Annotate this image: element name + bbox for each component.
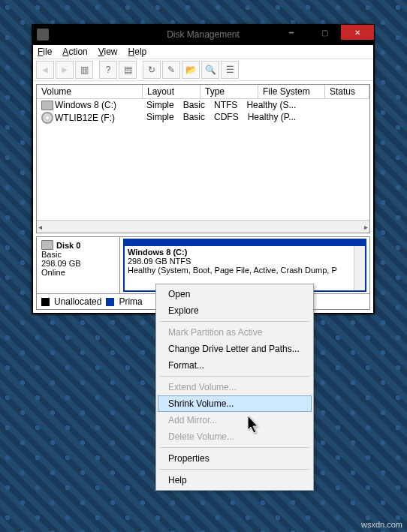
context-menu: OpenExploreMark Partition as ActiveChang… bbox=[155, 284, 314, 491]
legend-primary-swatch bbox=[106, 298, 114, 306]
window-controls: ━ ▢ ✕ bbox=[275, 25, 374, 40]
disk-icon bbox=[41, 240, 53, 250]
menu-item-explore[interactable]: Explore bbox=[158, 302, 312, 319]
volume-name: Windows 8 (C:) bbox=[55, 100, 116, 110]
menubar: File Action View Help bbox=[33, 45, 373, 59]
properties-icon[interactable]: ? bbox=[99, 61, 117, 79]
app-icon bbox=[37, 29, 49, 41]
menu-action[interactable]: Action bbox=[62, 47, 87, 57]
toolbar: ◄ ► ▥ ? ▤ ↻ ✎ 📂 🔍 ☰ bbox=[33, 59, 373, 81]
find-icon[interactable]: 🔍 bbox=[201, 61, 219, 79]
client-area: File Action View Help ◄ ► ▥ ? ▤ ↻ ✎ 📂 🔍 … bbox=[32, 44, 374, 314]
legend-unallocated-swatch bbox=[41, 298, 50, 306]
vertical-scrollbar[interactable] bbox=[354, 246, 365, 290]
export-icon[interactable]: ✎ bbox=[162, 61, 180, 79]
volume-name: WTLIB12E (F:) bbox=[55, 113, 115, 123]
maximize-button[interactable]: ▢ bbox=[308, 25, 341, 40]
menu-separator bbox=[159, 447, 310, 448]
up-button[interactable]: ▥ bbox=[75, 61, 93, 79]
legend-primary-label: Prima bbox=[119, 296, 142, 307]
forward-button[interactable]: ► bbox=[56, 61, 74, 79]
menu-view[interactable]: View bbox=[98, 47, 118, 57]
back-button[interactable]: ◄ bbox=[36, 61, 54, 79]
disk-kind: Basic bbox=[41, 250, 115, 259]
col-volume[interactable]: Volume bbox=[37, 85, 143, 98]
help-icon[interactable]: ▤ bbox=[119, 61, 137, 79]
col-fs[interactable]: File System bbox=[258, 85, 325, 98]
disk-management-window: Disk Management ━ ▢ ✕ File Action View H… bbox=[32, 24, 375, 314]
menu-separator bbox=[159, 321, 310, 322]
menu-separator bbox=[159, 469, 310, 470]
col-type[interactable]: Type bbox=[200, 85, 258, 98]
scroll-right-icon[interactable]: ▸ bbox=[364, 223, 368, 231]
disk-info[interactable]: Disk 0 Basic 298.09 GB Online bbox=[37, 237, 120, 293]
volume-rows: Windows 8 (C:) Simple Basic NTFS Healthy… bbox=[37, 99, 369, 220]
titlebar[interactable]: Disk Management ━ ▢ ✕ bbox=[32, 25, 374, 44]
close-button[interactable]: ✕ bbox=[341, 25, 374, 40]
menu-item-properties[interactable]: Properties bbox=[158, 450, 312, 467]
menu-item-change-drive-letter-and-paths[interactable]: Change Drive Letter and Paths... bbox=[158, 341, 312, 357]
watermark: wsxdn.com bbox=[361, 520, 402, 529]
menu-item-open[interactable]: Open bbox=[158, 286, 312, 302]
menu-item-mark-partition-as-active: Mark Partition as Active bbox=[158, 324, 312, 341]
menu-item-delete-volume: Delete Volume... bbox=[158, 428, 312, 445]
partition-subtitle: 298.09 GB NTFS bbox=[128, 257, 191, 266]
menu-item-format[interactable]: Format... bbox=[158, 357, 312, 374]
col-status[interactable]: Status bbox=[325, 85, 369, 98]
disk-size: 298.09 GB bbox=[41, 259, 115, 268]
disk-state: Online bbox=[41, 268, 115, 277]
legend-unallocated-label: Unallocated bbox=[54, 296, 101, 307]
scroll-left-icon[interactable]: ◂ bbox=[38, 223, 42, 231]
open-icon[interactable]: 📂 bbox=[182, 61, 200, 79]
menu-item-shrink-volume[interactable]: Shrink Volume... bbox=[158, 395, 312, 412]
menu-separator bbox=[159, 376, 310, 377]
column-headers: Volume Layout Type File System Status bbox=[37, 85, 369, 99]
menu-help[interactable]: Help bbox=[128, 47, 147, 57]
drive-icon bbox=[41, 101, 53, 110]
menu-item-add-mirror: Add Mirror... bbox=[158, 412, 312, 428]
cd-icon bbox=[41, 112, 53, 124]
table-row[interactable]: WTLIB12E (F:) Simple Basic CDFS Healthy … bbox=[37, 111, 369, 125]
volume-list: Volume Layout Type File System Status Wi… bbox=[36, 84, 370, 233]
table-row[interactable]: Windows 8 (C:) Simple Basic NTFS Healthy… bbox=[37, 99, 369, 111]
col-layout[interactable]: Layout bbox=[143, 85, 200, 98]
partition-status: Healthy (System, Boot, Page File, Active… bbox=[128, 266, 337, 275]
menu-item-help[interactable]: Help bbox=[158, 472, 312, 488]
refresh-icon[interactable]: ↻ bbox=[143, 61, 161, 79]
list-icon[interactable]: ☰ bbox=[221, 61, 239, 79]
menu-item-extend-volume: Extend Volume... bbox=[158, 379, 312, 395]
menu-file[interactable]: File bbox=[38, 47, 52, 57]
minimize-button[interactable]: ━ bbox=[275, 25, 308, 40]
disk-label: Disk 0 bbox=[56, 241, 80, 250]
partition-title: Windows 8 (C:) bbox=[128, 248, 187, 257]
horizontal-scrollbar[interactable]: ◂ ▸ bbox=[37, 220, 369, 233]
